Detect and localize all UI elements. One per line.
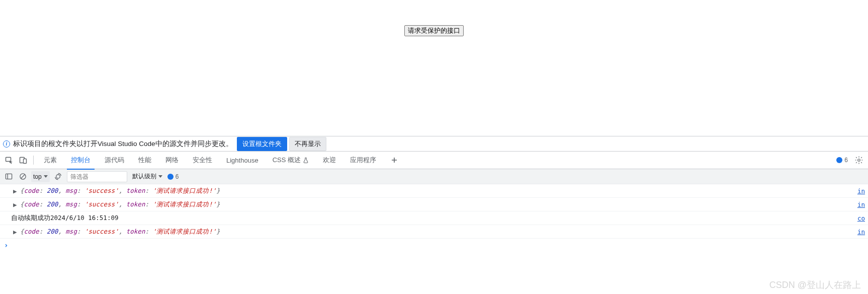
filter-input[interactable] [67,171,127,182]
log-row: ▶ {code: 200, msg: 'success', token: '测试… [0,225,868,239]
svg-rect-0 [6,158,11,162]
console-output: ▶ {code: 200, msg: 'success', token: '测试… [0,184,868,252]
console-prompt[interactable]: › [0,239,868,252]
log-row: 自动续期成功2024/6/10 16:51:09 co [0,211,868,225]
source-link[interactable]: in [857,228,866,236]
vscode-infobar: i 标识项目的根文件夹以打开Visual Studio Code中的源文件并同步… [0,136,868,151]
live-expression-icon[interactable] [53,171,64,182]
inspect-element-icon[interactable] [3,154,15,166]
device-toggle-icon[interactable] [17,154,29,166]
tab-security[interactable]: 安全性 [187,151,218,169]
caret-down-icon [44,175,48,178]
tab-welcome[interactable]: 欢迎 [317,151,342,169]
more-tabs-icon[interactable] [388,154,400,166]
tab-application[interactable]: 应用程序 [344,151,382,169]
info-dot-icon [167,174,173,180]
toggle-sidebar-icon[interactable] [3,171,14,182]
info-badge-count: 6 [844,157,848,164]
separator [33,156,34,165]
clear-console-icon[interactable] [17,171,28,182]
log-level-select[interactable]: 默认级别 [130,172,164,181]
request-protected-button[interactable]: 请求受保护的接口 [404,25,464,36]
issues-badge[interactable]: 6 [833,157,851,164]
set-root-folder-button[interactable]: 设置根文件夹 [237,137,287,151]
console-toolbar: top 默认级别 6 [0,169,868,184]
tab-console[interactable]: 控制台 [65,151,97,169]
info-icon: i [3,140,10,148]
dismiss-button[interactable]: 不再显示 [289,137,326,151]
log-object[interactable]: {code: 200, msg: 'success', token: '测试请求… [20,200,220,209]
disclosure-triangle-icon[interactable]: ▶ [13,228,17,236]
hidden-messages-count: 6 [176,173,179,180]
svg-rect-2 [24,159,27,164]
flask-icon [303,157,309,163]
log-level-label: 默认级别 [132,172,156,181]
tab-lighthouse[interactable]: Lighthouse [220,151,265,169]
tab-sources[interactable]: 源代码 [99,151,130,169]
log-row: ▶ {code: 200, msg: 'success', token: '测试… [0,198,868,211]
tab-performance[interactable]: 性能 [132,151,157,169]
log-object[interactable]: {code: 200, msg: 'success', token: '测试请求… [20,228,220,236]
svg-point-8 [56,175,60,179]
infobar-message: 标识项目的根文件夹以打开Visual Studio Code中的源文件并同步更改… [13,139,233,149]
svg-rect-4 [6,174,12,179]
tab-network[interactable]: 网络 [159,151,185,169]
svg-line-7 [21,175,25,179]
log-row: ▶ {code: 200, msg: 'success', token: '测试… [0,184,868,198]
log-object[interactable]: {code: 200, msg: 'success', token: '测试请求… [20,187,220,195]
source-link[interactable]: in [857,187,866,195]
page-content: 请求受保护的接口 [0,0,868,136]
svg-point-3 [858,159,860,162]
info-badge-dot-icon [836,157,842,163]
tab-elements[interactable]: 元素 [38,151,63,169]
caret-down-icon [158,175,162,178]
watermark: CSDN @登山人在路上 [769,279,861,291]
tab-css-overview[interactable]: CSS 概述 [267,151,315,169]
devtools-tabstrip: 元素 控制台 源代码 性能 网络 安全性 Lighthouse CSS 概述 欢… [0,151,868,169]
context-select[interactable]: top [31,171,50,182]
disclosure-triangle-icon[interactable]: ▶ [13,187,17,195]
context-select-label: top [33,173,42,180]
disclosure-triangle-icon[interactable]: ▶ [13,201,17,208]
log-text[interactable]: 自动续期成功2024/6/10 16:51:09 [11,214,118,223]
hidden-messages-badge[interactable]: 6 [167,173,179,180]
settings-icon[interactable] [853,154,865,166]
prompt-chevron-icon: › [4,241,8,249]
source-link[interactable]: in [857,201,866,208]
source-link[interactable]: co [857,214,866,222]
